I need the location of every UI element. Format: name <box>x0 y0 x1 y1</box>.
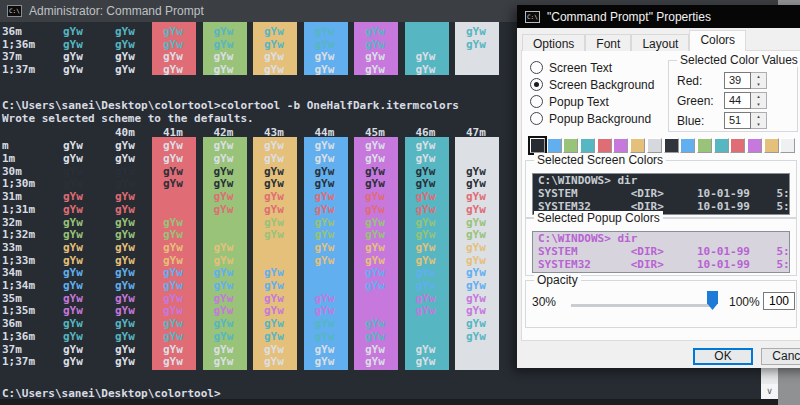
opacity-value-input[interactable] <box>763 292 795 310</box>
ansi-cell: gYw <box>214 330 234 343</box>
spinner-up-icon[interactable]: ▴ <box>751 93 766 101</box>
ansi-cell: gYw <box>115 304 135 317</box>
cancel-button[interactable]: Cancel <box>761 348 800 365</box>
ansi-cell: gYw <box>466 254 486 267</box>
red-spinner[interactable]: ▴ ▾ <box>751 72 767 89</box>
terminal-result-line: Wrote selected scheme to the defaults. <box>2 112 254 125</box>
tab-options[interactable]: Options <box>522 34 585 51</box>
ansi-cell: gYw <box>63 355 83 368</box>
ansi-cell: gYw <box>115 152 135 165</box>
ansi-cell: gYw <box>163 25 183 38</box>
ansi-cell: gYw <box>115 355 135 368</box>
ansi-cell: gYw <box>214 292 234 305</box>
palette-swatch-5[interactable] <box>613 138 628 153</box>
ansi-cell: gYw <box>466 304 486 317</box>
palette-swatch-15[interactable] <box>780 138 795 153</box>
ansi-cell: gYw <box>365 177 385 190</box>
popup-colors-preview: C:\WINDOWS> dirSYSTEM <DIR> 10-01-99 5:0… <box>532 231 790 273</box>
radio-label: Popup Text <box>549 95 609 109</box>
row-label: m <box>2 139 9 152</box>
red-value-field[interactable]: 39 <box>724 72 751 89</box>
blue-spinner[interactable]: ▴ ▾ <box>751 112 767 129</box>
ansi-cell: gYw <box>163 139 183 152</box>
palette-swatch-13[interactable] <box>747 138 762 153</box>
ansi-cell: gYw <box>315 228 335 241</box>
ansi-cell: gYw <box>416 241 436 254</box>
ansi-cell: gYw <box>63 343 83 356</box>
ansi-cell: gYw <box>63 190 83 203</box>
spinner-down-icon[interactable]: ▾ <box>751 121 766 129</box>
palette-swatch-12[interactable] <box>730 138 745 153</box>
palette-swatch-7[interactable] <box>647 138 662 153</box>
ansi-cell: gYw <box>466 317 486 330</box>
palette-swatch-11[interactable] <box>714 138 729 153</box>
row-label: 37m <box>2 50 22 63</box>
radio-screen-text[interactable]: Screen Text <box>530 60 612 75</box>
preview-line: SYSTEM32 <DIR> 10-01-99 5:00 <box>533 258 789 271</box>
opacity-slider-thumb[interactable] <box>707 291 718 310</box>
radio-screen-background[interactable]: Screen Background <box>530 77 654 92</box>
ansi-cell: gYw <box>115 216 135 229</box>
ansi-cell: gYw <box>264 355 284 368</box>
palette-swatch-8[interactable] <box>664 138 679 153</box>
spinner-down-icon[interactable]: ▾ <box>751 101 766 109</box>
palette-swatch-1[interactable] <box>547 138 562 153</box>
palette-swatch-14[interactable] <box>764 138 779 153</box>
ansi-cell: gYw <box>466 241 486 254</box>
palette-swatch-9[interactable] <box>680 138 695 153</box>
ansi-cell: gYw <box>163 63 183 76</box>
spinner-down-icon[interactable]: ▾ <box>751 81 766 89</box>
tab-font[interactable]: Font <box>585 34 631 51</box>
tab-colors[interactable]: Colors <box>689 30 746 51</box>
ansi-cell: gYw <box>115 241 135 254</box>
palette-swatch-3[interactable] <box>580 138 595 153</box>
ansi-cell: gYw <box>63 203 83 216</box>
blue-value-field[interactable]: 51 <box>724 112 751 129</box>
ok-button[interactable]: OK <box>693 348 753 365</box>
ansi-cell: gYw <box>214 25 234 38</box>
ansi-cell: gYw <box>214 241 234 254</box>
ansi-cell: gYw <box>466 165 486 178</box>
radio-popup-background[interactable]: Popup Background <box>530 111 651 126</box>
spinner-up-icon[interactable]: ▴ <box>751 113 766 121</box>
green-spinner[interactable]: ▴ ▾ <box>751 92 767 109</box>
ansi-cell: gYw <box>264 241 284 254</box>
ansi-cell: gYw <box>315 63 335 76</box>
palette-swatch-4[interactable] <box>597 138 612 153</box>
ansi-cell: gYw <box>466 203 486 216</box>
ansi-cell: gYw <box>214 38 234 51</box>
ansi-cell: gYw <box>63 165 83 178</box>
ansi-cell: gYw <box>115 165 135 178</box>
ansi-cell: gYw <box>416 152 436 165</box>
ansi-cell: gYw <box>365 355 385 368</box>
ansi-cell: gYw <box>416 330 436 343</box>
ansi-cell: gYw <box>315 177 335 190</box>
ansi-cell: gYw <box>315 190 335 203</box>
column-header: 43m <box>264 126 284 139</box>
radio-popup-text[interactable]: Popup Text <box>530 94 609 109</box>
ansi-cell: gYw <box>163 266 183 279</box>
scroll-down-button[interactable]: ∨ <box>761 384 778 399</box>
green-value-field[interactable]: 44 <box>724 92 751 109</box>
blue-label: Blue: <box>677 114 724 128</box>
ansi-cell: gYw <box>214 355 234 368</box>
ansi-cell: gYw <box>163 228 183 241</box>
ansi-cell: gYw <box>315 355 335 368</box>
cmd-icon: C:\ <box>525 11 540 23</box>
ansi-cell: gYw <box>63 292 83 305</box>
column-header: 47m <box>466 126 486 139</box>
palette-swatch-6[interactable] <box>630 138 645 153</box>
radio-icon <box>530 112 543 125</box>
ansi-cell: gYw <box>115 254 135 267</box>
ansi-cell: gYw <box>115 228 135 241</box>
palette-swatch-10[interactable] <box>697 138 712 153</box>
tab-layout[interactable]: Layout <box>631 34 689 51</box>
ansi-cell: gYw <box>264 330 284 343</box>
palette-swatch-2[interactable] <box>563 138 578 153</box>
color-values-group: Selected Color Values Red: 39 ▴ ▾ Green:… <box>668 60 798 132</box>
opacity-max-label: 100% <box>729 295 760 309</box>
palette-swatch-0[interactable] <box>530 138 545 153</box>
opacity-slider-track[interactable] <box>571 304 713 307</box>
spinner-up-icon[interactable]: ▴ <box>751 73 766 81</box>
ansi-cell: gYw <box>365 330 385 343</box>
